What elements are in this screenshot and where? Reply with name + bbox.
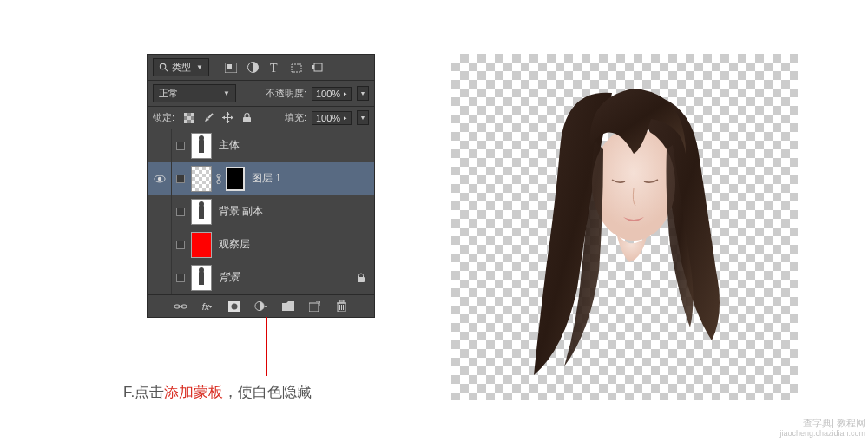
- lock-icon: [357, 273, 365, 283]
- chevron-down-icon: ▼: [196, 63, 203, 71]
- layer-thumbnail[interactable]: [191, 133, 212, 159]
- filter-label: 类型: [172, 61, 191, 74]
- opacity-dropdown-arrow[interactable]: ▼: [357, 86, 369, 101]
- svg-rect-41: [339, 300, 344, 302]
- fill-label: 填充:: [285, 111, 306, 124]
- svg-line-1: [165, 69, 168, 71]
- layer-thumbnail[interactable]: [191, 199, 212, 225]
- preview-image: [451, 54, 798, 400]
- layer-checkbox[interactable]: [176, 142, 185, 150]
- watermark: 查字典| 教程网 jiaocheng.chazidian.com: [779, 417, 865, 439]
- svg-rect-35: [309, 303, 319, 312]
- svg-marker-21: [231, 116, 233, 120]
- layer-name: 观察层: [219, 237, 250, 252]
- visibility-toggle[interactable]: [148, 162, 172, 195]
- svg-point-33: [231, 303, 237, 309]
- callout-text: F.点击添加蒙板，使白色隐藏: [123, 382, 312, 402]
- layer-row[interactable]: 背景: [148, 261, 374, 294]
- chevron-down-icon: ▼: [223, 89, 230, 97]
- lock-label: 锁定:: [153, 111, 174, 124]
- svg-rect-14: [191, 120, 194, 123]
- lock-row: 锁定: 填充: 100%▸ ▼: [148, 107, 374, 129]
- filter-row: 类型 ▼ T: [148, 55, 374, 81]
- layer-row[interactable]: 背景 副本: [148, 195, 374, 228]
- visibility-toggle[interactable]: [148, 129, 172, 162]
- new-layer-icon[interactable]: [308, 300, 321, 313]
- layer-thumbnail[interactable]: [191, 265, 212, 291]
- layer-checkbox[interactable]: [176, 274, 185, 282]
- visibility-toggle[interactable]: [148, 228, 172, 261]
- layer-thumbnail[interactable]: [191, 232, 212, 258]
- layer-checkbox[interactable]: [176, 241, 185, 249]
- layer-row[interactable]: 主体: [148, 129, 374, 162]
- svg-marker-18: [226, 112, 229, 115]
- svg-rect-10: [184, 113, 187, 116]
- adjustment-layer-icon[interactable]: ▾: [254, 300, 267, 313]
- svg-rect-13: [184, 120, 187, 123]
- layers-bottom-bar: fx▾ ▾: [148, 294, 374, 317]
- group-icon[interactable]: [281, 300, 294, 313]
- lock-all-icon[interactable]: [240, 112, 253, 124]
- blend-mode-label: 正常: [159, 87, 178, 100]
- layer-mask-thumbnail[interactable]: [226, 167, 245, 191]
- svg-point-0: [160, 63, 165, 69]
- svg-point-24: [157, 176, 161, 180]
- filter-type-dropdown[interactable]: 类型 ▼: [153, 58, 209, 76]
- svg-marker-20: [222, 116, 225, 120]
- delete-icon[interactable]: [335, 300, 348, 313]
- layer-list: 主体 图层 1 背景 副本: [148, 129, 374, 294]
- svg-rect-11: [191, 113, 194, 116]
- layer-checkbox[interactable]: [176, 175, 185, 183]
- cutout-illustration: [512, 71, 729, 384]
- layer-name: 主体: [219, 138, 240, 153]
- layer-row[interactable]: 观察层: [148, 228, 374, 261]
- svg-rect-12: [187, 116, 191, 120]
- svg-rect-3: [227, 64, 232, 69]
- eye-icon: [154, 175, 166, 183]
- blend-mode-dropdown[interactable]: 正常 ▼: [153, 84, 236, 102]
- fx-icon[interactable]: fx▾: [201, 300, 214, 313]
- lock-position-icon[interactable]: [221, 112, 233, 124]
- layer-name: 图层 1: [252, 171, 281, 186]
- filter-shape-icon[interactable]: [290, 61, 303, 74]
- svg-rect-7: [314, 63, 322, 71]
- svg-rect-28: [358, 277, 365, 282]
- visibility-toggle[interactable]: [148, 261, 172, 294]
- layer-row[interactable]: 图层 1: [148, 162, 374, 195]
- layer-checkbox[interactable]: [176, 208, 185, 216]
- svg-rect-22: [243, 117, 251, 122]
- layers-panel: 类型 ▼ T 正常 ▼ 不透明度: 100%▸ ▼ 锁定:: [147, 54, 375, 318]
- layer-name: 背景: [219, 270, 240, 285]
- lock-paint-icon[interactable]: [202, 112, 214, 124]
- link-icon: [215, 174, 222, 184]
- link-layers-icon[interactable]: [174, 300, 187, 313]
- callout-line: [266, 317, 267, 376]
- fill-dropdown-arrow[interactable]: ▼: [357, 110, 369, 125]
- opacity-label: 不透明度:: [266, 87, 306, 100]
- search-icon: [159, 63, 168, 72]
- filter-pixel-icon[interactable]: [225, 61, 238, 74]
- fill-value[interactable]: 100%▸: [312, 111, 352, 125]
- filter-adjustment-icon[interactable]: [247, 61, 260, 74]
- svg-marker-19: [226, 121, 229, 123]
- svg-rect-8: [312, 65, 314, 69]
- filter-type-icon[interactable]: T: [268, 61, 281, 74]
- lock-transparent-icon[interactable]: [183, 112, 195, 124]
- blend-row: 正常 ▼ 不透明度: 100%▸ ▼: [148, 81, 374, 107]
- layer-name: 背景 副本: [219, 204, 263, 219]
- layer-thumbnail[interactable]: [191, 166, 212, 192]
- filter-smart-icon[interactable]: [312, 61, 325, 74]
- opacity-value[interactable]: 100%▸: [312, 87, 352, 101]
- visibility-toggle[interactable]: [148, 195, 172, 228]
- svg-text:T: T: [270, 62, 278, 73]
- svg-line-15: [208, 114, 213, 118]
- svg-rect-6: [292, 64, 301, 72]
- add-mask-icon[interactable]: [227, 300, 240, 313]
